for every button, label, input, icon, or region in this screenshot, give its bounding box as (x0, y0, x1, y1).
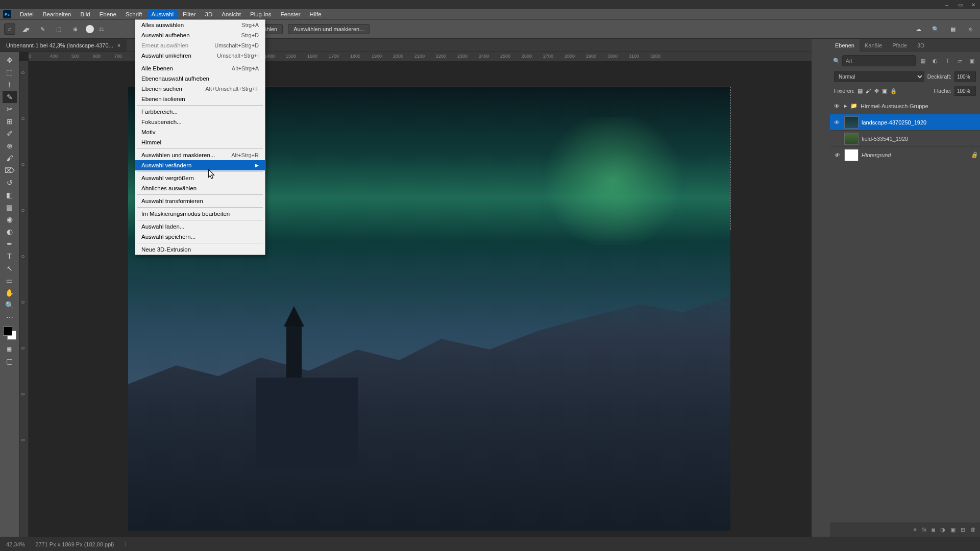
eyedropper-tool[interactable]: ✐ (3, 128, 17, 140)
fill-input[interactable] (954, 86, 976, 96)
menu-item-farbbereich-[interactable]: Farbbereich... (135, 107, 265, 117)
menu-item-im-maskierungsmodus-bearbeiten[interactable]: Im Maskierungsmodus bearbeiten (135, 209, 265, 219)
lasso-tool[interactable]: ⌇ (3, 79, 17, 91)
hand-tool[interactable]: ✋ (3, 287, 17, 299)
filter-smart-icon[interactable]: ▣ (967, 56, 977, 66)
filter-shape-icon[interactable]: ▱ (954, 56, 965, 66)
menu-ebene[interactable]: Ebene (95, 9, 121, 19)
layer-name[interactable]: Hintergrund (862, 152, 891, 158)
color-swatches[interactable] (3, 327, 16, 340)
window-minimize[interactable]: – (942, 1, 951, 8)
quickselect-tool[interactable]: ✎ (3, 91, 17, 103)
lock-paint-icon[interactable]: 🖌 (866, 88, 871, 94)
dodge-tool[interactable]: ◐ (3, 226, 17, 238)
menu-item-alles-ausw-hlen[interactable]: Alles auswählenStrg+A (135, 20, 265, 30)
window-maximize[interactable]: ▭ (955, 1, 965, 8)
tab-pfade[interactable]: Pfade (887, 39, 912, 52)
menu-filter[interactable]: Filter (178, 9, 201, 19)
zoom-tool[interactable]: 🔍 (3, 299, 17, 311)
menu-item--hnliches-ausw-hlen[interactable]: Ähnliches auswählen (135, 183, 265, 193)
menu-datei[interactable]: Datei (15, 9, 38, 19)
menu-item-auswahl-laden-[interactable]: Auswahl laden... (135, 221, 265, 232)
opt-mask-button[interactable]: Auswählen und maskieren... (288, 24, 370, 34)
stamp-tool[interactable]: ⌦ (3, 164, 17, 177)
filter-image-icon[interactable]: ▦ (918, 56, 928, 66)
menu-plugins[interactable]: Plug-ins (246, 9, 276, 19)
brush-tool[interactable]: 🖌 (3, 152, 17, 164)
menu-item-auswahl-vergr-ern[interactable]: Auswahl vergrößern (135, 173, 265, 183)
ruler-vertical[interactable]: 000000000 (19, 61, 29, 537)
layer-filter-input[interactable] (842, 55, 916, 66)
opacity-input[interactable] (954, 71, 976, 82)
shape-tool[interactable]: ▭ (3, 274, 17, 287)
menu-schrift[interactable]: Schrift (121, 9, 147, 19)
adjustment-icon[interactable]: ◑ (940, 527, 945, 533)
mask-icon[interactable]: ◙ (932, 527, 935, 533)
more-tools-icon[interactable]: ⋯ (3, 311, 17, 323)
type-tool[interactable]: T (3, 250, 17, 262)
zoom-level[interactable]: 42,34% (6, 541, 25, 547)
menu-3d[interactable]: 3D (201, 9, 217, 19)
lock-all-icon[interactable]: 🔒 (890, 88, 897, 94)
layer-thumbnail[interactable] (844, 133, 859, 145)
tab-3d[interactable]: 3D (912, 39, 929, 52)
menu-item-himmel[interactable]: Himmel (135, 137, 265, 147)
lock-icon[interactable]: 🔒 (971, 152, 978, 158)
layer-thumbnail[interactable] (844, 116, 859, 129)
foreground-color[interactable] (3, 327, 12, 336)
layer-row[interactable]: 👁landscape-4370250_1920 (830, 114, 980, 131)
layer-name[interactable]: field-533541_1920 (862, 136, 908, 142)
lock-transparent-icon[interactable]: ▦ (857, 88, 863, 94)
home-button[interactable]: ⌂ (4, 23, 15, 35)
marquee-tool[interactable]: ⬚ (3, 66, 17, 79)
trash-icon[interactable]: 🗑 (970, 527, 976, 533)
group-icon[interactable]: ▣ (950, 527, 955, 533)
search-icon[interactable]: 🔍 (930, 23, 941, 35)
menu-item-ebenen-isolieren[interactable]: Ebenen isolieren (135, 94, 265, 104)
history-brush-tool[interactable]: ↺ (3, 177, 17, 189)
layer-name[interactable]: landscape-4370250_1920 (862, 119, 926, 126)
menu-item-ausw-hlen-und-maskieren-[interactable]: Auswählen und maskieren...Alt+Strg+R (135, 150, 265, 160)
collapsed-panel-strip[interactable] (812, 39, 830, 537)
brush-add-icon[interactable]: ⊕ (69, 23, 81, 35)
heal-tool[interactable]: ⊛ (3, 140, 17, 152)
move-tool[interactable]: ✥ (3, 54, 17, 66)
workspace-icon[interactable]: ▦ (947, 23, 959, 35)
lock-position-icon[interactable]: ✥ (874, 88, 879, 94)
menu-item-fokusbereich-[interactable]: Fokusbereich... (135, 117, 265, 127)
menu-item-ebenenauswahl-aufheben[interactable]: Ebenenauswahl aufheben (135, 73, 265, 84)
pen-tool[interactable]: ✒ (3, 238, 17, 250)
menu-item-auswahl-ver-ndern[interactable]: Auswahl verändern▶ (135, 160, 265, 170)
blur-tool[interactable]: ◉ (3, 213, 17, 226)
cloud-icon[interactable]: ☁ (913, 23, 924, 35)
new-layer-icon[interactable]: ⊞ (961, 527, 965, 533)
menu-item-auswahl-umkehren[interactable]: Auswahl umkehrenUmschalt+Strg+I (135, 51, 265, 61)
gradient-tool[interactable]: ▤ (3, 201, 17, 213)
menu-item-ebenen-suchen[interactable]: Ebenen suchenAlt+Umschalt+Strg+F (135, 84, 265, 94)
close-tab-icon[interactable]: × (117, 42, 120, 48)
link-layers-icon[interactable]: ⚭ (913, 527, 917, 533)
tab-ebenen[interactable]: Ebenen (830, 39, 860, 52)
fx-icon[interactable]: fx (922, 527, 927, 533)
menu-hilfe[interactable]: Hilfe (305, 9, 326, 19)
layer-row[interactable]: field-533541_1920 (830, 131, 980, 147)
tab-kanaele[interactable]: Kanäle (860, 39, 887, 52)
visibility-icon[interactable]: 👁 (832, 152, 841, 158)
crop-tool[interactable]: ✂ (3, 103, 17, 115)
layer-row[interactable]: 👁▸📁Himmel-Austausch-Gruppe (830, 98, 980, 114)
quickmask-tool[interactable]: ◙ (3, 343, 17, 355)
menu-bild[interactable]: Bild (76, 9, 94, 19)
menu-fenster[interactable]: Fenster (276, 9, 305, 19)
brush-preview-icon[interactable] (86, 25, 94, 33)
layer-thumbnail[interactable] (844, 149, 859, 161)
tool-preset-icon[interactable]: ◢▾ (20, 23, 32, 35)
filter-adjust-icon[interactable]: ◐ (930, 56, 940, 66)
menu-item-auswahl-speichern-[interactable]: Auswahl speichern... (135, 232, 265, 242)
blend-mode-select[interactable]: Normal (834, 71, 924, 82)
filter-type-icon[interactable]: T (942, 56, 952, 66)
eraser-tool[interactable]: ◧ (3, 189, 17, 201)
window-close[interactable]: ✕ (969, 1, 978, 8)
menu-auswahl[interactable]: Auswahl (147, 9, 178, 19)
layer-name[interactable]: Himmel-Austausch-Gruppe (861, 103, 928, 109)
screenmode-tool[interactable]: ▢ (3, 355, 17, 367)
